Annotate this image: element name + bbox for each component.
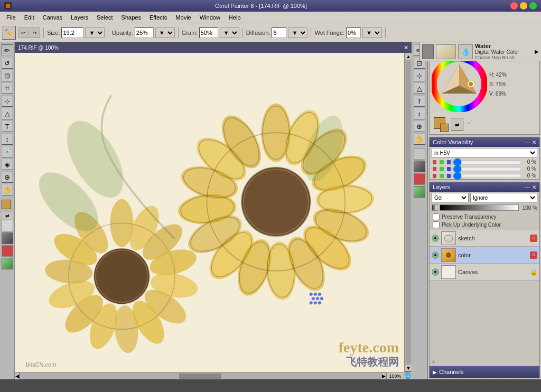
- cv-g2: [440, 167, 443, 171]
- canvas-close-btn[interactable]: ✕: [404, 44, 408, 51]
- zoom-display: 100%: [386, 372, 404, 379]
- menu-shapes[interactable]: Shapes: [117, 13, 145, 22]
- menu-help[interactable]: Help: [225, 13, 245, 22]
- menu-edit[interactable]: Edit: [20, 13, 39, 22]
- eyedropper-icon[interactable]: 💉: [465, 120, 475, 129]
- zoom-globe-btn[interactable]: 🌐: [404, 372, 412, 379]
- menu-movie[interactable]: Movie: [171, 13, 195, 22]
- move-tool-btn[interactable]: ↕: [2, 133, 13, 145]
- sub-tool-5[interactable]: T: [414, 95, 425, 107]
- preserve-transparency-row: Preserve Transparency: [433, 213, 536, 221]
- pattern-swatch[interactable]: [2, 245, 13, 257]
- layers-minimize-btn[interactable]: —: [525, 184, 530, 190]
- sub-tool-6[interactable]: ↕: [414, 108, 425, 119]
- foreground-swatch[interactable]: [2, 200, 13, 211]
- layer-eye-color[interactable]: ●: [432, 251, 439, 259]
- brush-tool-btn[interactable]: ✏: [2, 44, 13, 56]
- zoom-tool-btn[interactable]: ⊕: [2, 171, 13, 183]
- sub-tool-3[interactable]: ⊹: [414, 70, 425, 81]
- brush-tool-icon[interactable]: ✏️: [2, 26, 16, 40]
- scroll-right-btn[interactable]: ▶: [381, 372, 386, 380]
- canvas-vscrollbar[interactable]: ▲ ▼: [404, 53, 412, 372]
- composite-select[interactable]: Ignore: [470, 193, 537, 202]
- grain-input[interactable]: [199, 27, 218, 38]
- scroll-down-btn[interactable]: ▼: [405, 365, 412, 372]
- paper-texture-swatch[interactable]: [2, 220, 13, 231]
- grain-unit[interactable]: ▼: [220, 27, 239, 38]
- maximize-button[interactable]: [529, 2, 537, 10]
- opacity-unit[interactable]: ▼: [155, 27, 175, 38]
- minimize-button[interactable]: [520, 2, 527, 10]
- sub-tool-4[interactable]: △: [414, 82, 425, 94]
- text-tool-btn[interactable]: T: [2, 120, 13, 132]
- gradient-mini[interactable]: [414, 161, 425, 172]
- scroll-up-btn[interactable]: ▲: [405, 53, 412, 60]
- pick-up-color-cb[interactable]: [433, 221, 440, 228]
- layer-item-color[interactable]: ● color S: [430, 247, 539, 264]
- size-input[interactable]: [61, 27, 83, 38]
- menu-window[interactable]: Window: [195, 13, 225, 22]
- layer-eye-canvas[interactable]: ●: [432, 268, 439, 276]
- menu-canvas[interactable]: Canvas: [39, 13, 67, 22]
- crop-tool-btn[interactable]: ⊹: [2, 95, 13, 107]
- wet-fringe-input[interactable]: [346, 27, 361, 38]
- close-button[interactable]: [510, 2, 518, 10]
- shape-tool-btn[interactable]: △: [2, 108, 13, 119]
- hand-tool-btn[interactable]: ✋: [2, 184, 13, 195]
- cv-g3: [440, 174, 443, 178]
- channels-bar[interactable]: ▶ Channels: [430, 366, 539, 378]
- preserve-transparency-cb[interactable]: [433, 213, 440, 220]
- scroll-left-btn[interactable]: ◀: [15, 372, 20, 380]
- gradient-swatch[interactable]: [2, 232, 13, 244]
- scroll-thumb-v[interactable]: [406, 61, 411, 363]
- opacity-slider[interactable]: [440, 204, 519, 211]
- opacity-input[interactable]: [135, 27, 154, 38]
- sub-tool-8[interactable]: ✋: [414, 133, 425, 145]
- swap-colors-btn[interactable]: ⇄: [2, 212, 13, 219]
- blend-mode-select[interactable]: Gel: [432, 193, 469, 202]
- cv-minimize-btn[interactable]: —: [525, 139, 530, 145]
- dropper-tool-btn[interactable]: 💉: [2, 146, 13, 157]
- layer-item-sketch[interactable]: ● sketch S: [430, 230, 539, 247]
- texture-mini[interactable]: [414, 148, 425, 160]
- rotate-tool-btn[interactable]: ↺: [2, 57, 13, 69]
- diffusion-input[interactable]: [272, 27, 286, 38]
- wet-fringe-unit[interactable]: ▼: [362, 27, 382, 38]
- undo-btn[interactable]: ↩: [18, 27, 29, 38]
- layers-panel-header: Layers — ✕: [430, 182, 539, 192]
- weave-mini[interactable]: [414, 186, 425, 198]
- sub-tool-7[interactable]: ⊕: [414, 120, 425, 132]
- brush-options-btn[interactable]: ▶: [535, 49, 539, 54]
- layers-panel: Layers — ✕ Gel Ignore 100 %: [429, 182, 540, 378]
- weave-swatch[interactable]: [2, 258, 13, 269]
- brush-prev-icon[interactable]: [422, 44, 434, 59]
- size-unit[interactable]: ▼: [85, 27, 105, 38]
- menu-file[interactable]: File: [2, 13, 20, 22]
- channels-label: Channels: [439, 369, 463, 375]
- swap-swatch-btn[interactable]: ⇄: [451, 118, 463, 131]
- redo-btn[interactable]: ↪: [30, 27, 40, 38]
- canvas-hscrollbar[interactable]: ◀ ▶ 100% 🌐: [15, 372, 412, 379]
- svg-point-67: [314, 301, 317, 304]
- pattern-mini[interactable]: [414, 173, 425, 185]
- lasso-tool-btn[interactable]: ⌗: [2, 82, 13, 94]
- cv-close-btn[interactable]: ✕: [532, 139, 536, 145]
- scroll-thumb-h[interactable]: [179, 374, 221, 379]
- layer-item-canvas[interactable]: ● Canvas 🔒: [430, 264, 539, 281]
- transform-tool-btn[interactable]: ⊡: [2, 70, 13, 81]
- cv-slider-2[interactable]: [453, 166, 522, 172]
- paint-bucket-btn[interactable]: ◈: [2, 158, 13, 170]
- menu-effects[interactable]: Effects: [145, 13, 171, 22]
- color-wheel[interactable]: [432, 57, 487, 112]
- layer-checkboxes: Preserve Transparency Pick Up Underlying…: [430, 212, 539, 230]
- layer-lock-icon: 🔒: [530, 268, 537, 276]
- main-color-swatch[interactable]: [434, 117, 449, 132]
- menu-select[interactable]: Select: [92, 13, 117, 22]
- menu-layers[interactable]: Layers: [67, 13, 92, 22]
- layers-close-btn[interactable]: ✕: [532, 184, 536, 190]
- cv-slider-3[interactable]: [453, 173, 522, 179]
- layer-eye-sketch[interactable]: ●: [432, 235, 439, 242]
- diffusion-unit[interactable]: ▼: [288, 27, 307, 38]
- cv-mode-select[interactable]: in H5V: [432, 148, 537, 157]
- cv-slider-1[interactable]: [453, 160, 522, 165]
